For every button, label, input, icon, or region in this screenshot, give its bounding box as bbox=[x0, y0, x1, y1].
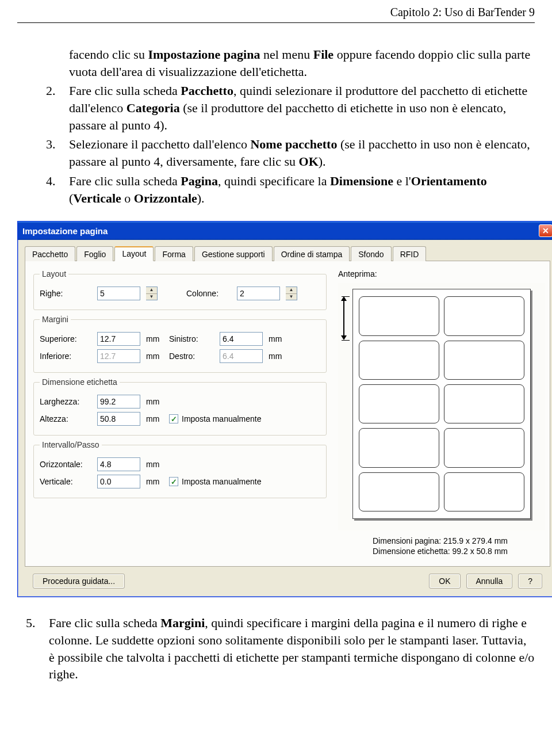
page-dims-text: Dimensioni pagina: 215.9 x 279.4 mm bbox=[338, 536, 545, 545]
tab-rfid[interactable]: RFID bbox=[393, 246, 427, 261]
tab-sfondo[interactable]: Sfondo bbox=[351, 246, 391, 261]
preview-label-cell bbox=[444, 428, 524, 467]
preview-label-cell bbox=[444, 341, 524, 380]
chevron-down-icon: ▼ bbox=[146, 294, 157, 300]
group-gap: Intervallo/Passo Orizzontale: 4.8 mm Ver… bbox=[33, 440, 327, 498]
preview-label: Anteprima: bbox=[338, 269, 545, 278]
preview-label-cell bbox=[359, 428, 439, 467]
preview-page bbox=[352, 289, 531, 519]
cols-label: Colonne: bbox=[186, 289, 231, 298]
dimension-arrow-icon bbox=[339, 296, 348, 340]
height-unit: mm bbox=[146, 414, 163, 423]
margin-top-input[interactable]: 12.7 bbox=[97, 332, 140, 346]
margin-bottom-label: Inferiore: bbox=[40, 352, 91, 361]
tab-layout[interactable]: Layout bbox=[114, 246, 154, 261]
tab-gestione-supporti[interactable]: Gestione supporti bbox=[194, 246, 273, 261]
group-layout: Layout Righe: 5 ▲▼ Colonne: 2 ▲▼ bbox=[33, 269, 327, 310]
instruction-list-2: 5. Fare clic sulla scheda Margini, quind… bbox=[17, 614, 535, 683]
margin-left-label: Sinistro: bbox=[169, 334, 214, 343]
cols-input[interactable]: 2 bbox=[237, 287, 280, 300]
gap-v-input[interactable]: 0.0 bbox=[97, 475, 140, 488]
label-dim-manual-checkbox[interactable]: ✓ Imposta manualmente bbox=[169, 414, 262, 423]
rows-label: Righe: bbox=[40, 289, 91, 298]
margin-right-input: 6.4 bbox=[220, 349, 263, 363]
height-label: Altezza: bbox=[40, 414, 91, 423]
ok-button[interactable]: OK bbox=[429, 574, 460, 589]
preview-area bbox=[338, 283, 545, 530]
gap-h-input[interactable]: 4.8 bbox=[97, 457, 140, 471]
margin-left-input[interactable]: 6.4 bbox=[220, 332, 263, 346]
margin-bottom-unit: mm bbox=[146, 352, 163, 361]
gap-v-label: Verticale: bbox=[40, 477, 91, 486]
margin-right-unit: mm bbox=[269, 352, 286, 361]
group-margins-legend: Margini bbox=[40, 315, 71, 324]
wizard-button[interactable]: Procedura guidata... bbox=[33, 574, 125, 589]
preview-label-cell bbox=[359, 384, 439, 423]
label-dim-manual-text: Imposta manualmente bbox=[182, 414, 262, 423]
instruction-3: 3. Selezionare il pacchetto dall'elenco … bbox=[69, 136, 535, 170]
gap-h-unit: mm bbox=[146, 460, 163, 469]
tab-ordine-stampa[interactable]: Ordine di stampa bbox=[274, 246, 350, 261]
cols-spinner[interactable]: ▲▼ bbox=[286, 287, 297, 300]
dialog-button-row: Procedura guidata... OK Annulla ? bbox=[25, 567, 550, 590]
close-button[interactable]: ✕ bbox=[539, 224, 552, 237]
preview-label-cell bbox=[359, 341, 439, 380]
tab-forma[interactable]: Forma bbox=[155, 246, 193, 261]
close-icon: ✕ bbox=[542, 226, 549, 235]
dimension-tick bbox=[342, 296, 350, 297]
gap-manual-text: Imposta manualmente bbox=[182, 477, 262, 486]
margin-bottom-input: 12.7 bbox=[97, 349, 140, 363]
group-label-dim-legend: Dimensione etichetta bbox=[40, 377, 120, 387]
height-input[interactable]: 50.8 bbox=[97, 412, 140, 426]
label-dims-text: Dimensione etichetta: 99.2 x 50.8 mm bbox=[338, 547, 545, 556]
width-input[interactable]: 99.2 bbox=[97, 395, 140, 408]
preview-label-cell bbox=[359, 472, 439, 511]
group-gap-legend: Intervallo/Passo bbox=[40, 440, 102, 449]
tab-pacchetto[interactable]: Pacchetto bbox=[25, 246, 75, 261]
dimension-tick bbox=[342, 340, 350, 341]
group-margins: Margini Superiore: 12.7 mm Sinistro: 6.4… bbox=[33, 315, 327, 373]
width-label: Larghezza: bbox=[40, 397, 91, 406]
preview-label-cell bbox=[444, 296, 524, 335]
instruction-4: 4. Fare clic sulla scheda Pagina, quindi… bbox=[69, 173, 535, 207]
margin-left-unit: mm bbox=[269, 334, 286, 343]
preview-label-cell bbox=[444, 384, 524, 423]
tab-panel-layout: Layout Righe: 5 ▲▼ Colonne: 2 ▲▼ Margini bbox=[25, 261, 550, 567]
gap-h-label: Orizzontale: bbox=[40, 460, 91, 469]
cancel-button[interactable]: Annulla bbox=[466, 574, 513, 589]
preview-label-cell bbox=[444, 472, 524, 511]
page-setup-dialog: Impostazione pagina ✕ Pacchetto Foglio L… bbox=[17, 221, 552, 597]
help-button[interactable]: ? bbox=[518, 574, 542, 589]
group-layout-legend: Layout bbox=[40, 269, 68, 278]
instruction-list: facendo clic su Impostazione pagina nel … bbox=[17, 46, 535, 207]
instruction-5: 5. Fare clic sulla scheda Margini, quind… bbox=[49, 614, 535, 683]
tabstrip: Pacchetto Foglio Layout Forma Gestione s… bbox=[25, 246, 550, 261]
gap-v-unit: mm bbox=[146, 477, 163, 486]
page-header: Capitolo 2: Uso di BarTender 9 bbox=[17, 6, 535, 23]
margin-right-label: Destro: bbox=[169, 352, 214, 361]
gap-manual-checkbox[interactable]: ✓ Imposta manualmente bbox=[169, 477, 262, 486]
dialog-titlebar: Impostazione pagina ✕ bbox=[18, 222, 552, 240]
width-unit: mm bbox=[146, 397, 163, 406]
check-icon: ✓ bbox=[169, 477, 178, 486]
margin-top-label: Superiore: bbox=[40, 334, 91, 343]
instruction-2: 2. Fare clic sulla scheda Pacchetto, qui… bbox=[69, 82, 535, 133]
tab-foglio[interactable]: Foglio bbox=[76, 246, 113, 261]
chevron-down-icon: ▼ bbox=[286, 294, 297, 300]
rows-spinner[interactable]: ▲▼ bbox=[146, 287, 158, 300]
chevron-up-icon: ▲ bbox=[146, 287, 157, 294]
rows-input[interactable]: 5 bbox=[97, 287, 140, 300]
group-label-dim: Dimensione etichetta Larghezza: 99.2 mm … bbox=[33, 377, 327, 436]
preview-label-cell bbox=[359, 296, 439, 335]
chevron-up-icon: ▲ bbox=[286, 287, 297, 294]
check-icon: ✓ bbox=[169, 414, 178, 423]
dialog-title: Impostazione pagina bbox=[22, 226, 108, 236]
margin-top-unit: mm bbox=[146, 334, 163, 343]
instruction-1-cont: facendo clic su Impostazione pagina nel … bbox=[69, 46, 535, 80]
